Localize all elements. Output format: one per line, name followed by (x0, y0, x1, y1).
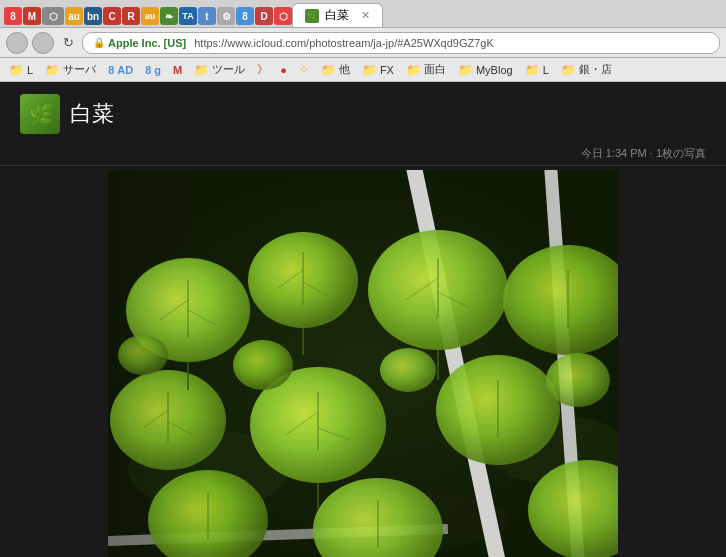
tab-close-btn[interactable]: ✕ (361, 9, 370, 22)
album-header: 🌿 白菜 (0, 82, 726, 142)
svg-point-38 (233, 340, 293, 390)
address-input[interactable]: 🔒 Apple Inc. [US] https://www.icloud.com… (82, 32, 720, 54)
bookmark-gin[interactable]: 📁 銀・店 (556, 60, 617, 79)
folder-icon2: 📁 (45, 63, 60, 77)
tab-title: 白菜 (325, 7, 349, 24)
folder-icon5: 📁 (362, 63, 377, 77)
fav-bn[interactable]: bn (84, 7, 102, 25)
fav-au[interactable]: au (65, 7, 83, 25)
page-content: 🌿 白菜 今日 1:34 PM · 1枚の写真 (0, 82, 726, 557)
plant-photo-svg (108, 170, 618, 557)
fav-r[interactable]: R (122, 7, 140, 25)
fav-hex[interactable]: ⬡ (274, 7, 292, 25)
folder-icon9: 📁 (561, 63, 576, 77)
ssl-label: Apple Inc. [US] (108, 37, 186, 49)
album-thumbnail: 🌿 (20, 94, 60, 134)
address-bar-row: ‹ › ↻ 🔒 Apple Inc. [US] https://www.iclo… (0, 28, 726, 58)
fav-d[interactable]: D (255, 7, 273, 25)
bookmark-tools[interactable]: 📁 ツール (189, 60, 250, 79)
fav-au2[interactable]: au (141, 7, 159, 25)
g-icon: 8 (108, 64, 114, 76)
photo-area (0, 166, 726, 557)
bookmark-myblog[interactable]: 📁 MyBlog (453, 61, 518, 79)
fav-c[interactable]: C (103, 7, 121, 25)
svg-point-40 (546, 353, 610, 407)
fav-g2[interactable]: 8 (236, 7, 254, 25)
reload-button[interactable]: ↻ (58, 33, 78, 53)
bookmark-omoshiro[interactable]: 📁 面白 (401, 60, 451, 79)
fav-apple[interactable]: ⬡ (42, 7, 64, 25)
bookmark-fx[interactable]: 📁 FX (357, 61, 399, 79)
bookmark-server[interactable]: 📁 サーバ (40, 60, 101, 79)
jj-icon: 》 (257, 62, 268, 77)
m-label: M (173, 64, 182, 76)
star-icon: ☆ (299, 63, 309, 76)
photo-info-bar: 今日 1:34 PM · 1枚の写真 (0, 142, 726, 166)
tab-bar: 8 M ⬡ au bn C R au ❧ TA t ⚙ 8 D ⬡ 🌿 白菜 ✕ (0, 0, 726, 28)
folder-icon7: 📁 (458, 63, 473, 77)
folder-icon4: 📁 (321, 63, 336, 77)
ad-label: AD (117, 64, 133, 76)
bookmark-g[interactable]: 8 g (140, 62, 166, 78)
photo-info-text: 今日 1:34 PM · 1枚の写真 (581, 147, 706, 159)
bookmark-m[interactable]: M (168, 62, 187, 78)
folder-icon8: 📁 (525, 63, 540, 77)
folder-icon3: 📁 (194, 63, 209, 77)
bookmarks-bar: 📁 L 📁 サーバ 8 AD 8 g M 📁 ツール 》 ● ☆ (0, 58, 726, 82)
bookmark-star[interactable]: ☆ (294, 61, 314, 78)
browser-frame: 8 M ⬡ au bn C R au ❧ TA t ⚙ 8 D ⬡ 🌿 白菜 ✕… (0, 0, 726, 557)
fav-m[interactable]: M (23, 7, 41, 25)
folder-icon: 📁 (9, 63, 24, 77)
fav-t[interactable]: t (198, 7, 216, 25)
svg-point-39 (380, 348, 436, 392)
circle-icon: ● (280, 64, 287, 76)
album-title: 白菜 (70, 99, 114, 129)
g-label: 8 g (145, 64, 161, 76)
bookmark-other[interactable]: 📁 他 (316, 60, 355, 79)
svg-rect-46 (108, 170, 208, 557)
tab-favicon: 🌿 (305, 9, 319, 23)
fav-g[interactable]: 8 (4, 7, 22, 25)
favicon-row: 8 M ⬡ au bn C R au ❧ TA t ⚙ 8 D ⬡ (4, 5, 292, 27)
forward-button[interactable]: › (32, 32, 54, 54)
active-tab[interactable]: 🌿 白菜 ✕ (292, 3, 383, 27)
bookmark-ad[interactable]: 8 AD (103, 62, 138, 78)
bookmark-circle[interactable]: ● (275, 62, 292, 78)
bookmark-l[interactable]: 📁 L (4, 61, 38, 79)
back-button[interactable]: ‹ (6, 32, 28, 54)
bookmark-l2[interactable]: 📁 L (520, 61, 554, 79)
photo-display (108, 170, 618, 557)
fav-gear[interactable]: ⚙ (217, 7, 235, 25)
bookmark-jj[interactable]: 》 (252, 60, 273, 79)
fav-leaf[interactable]: ❧ (160, 7, 178, 25)
folder-icon6: 📁 (406, 63, 421, 77)
fav-ta[interactable]: TA (179, 7, 197, 25)
url-text: https://www.icloud.com/photostream/ja-jp… (194, 37, 494, 49)
